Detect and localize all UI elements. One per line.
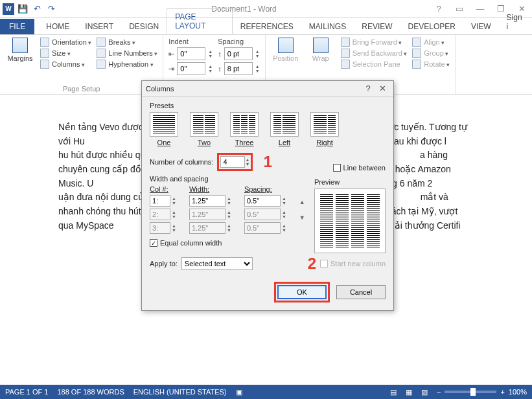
preview-section: Preview bbox=[314, 178, 386, 253]
columns-icon bbox=[40, 60, 49, 69]
orientation-button[interactable]: Orientation bbox=[40, 38, 91, 47]
word-icon: W bbox=[3, 3, 14, 15]
preview-thumbnail bbox=[314, 188, 386, 253]
status-words[interactable]: 188 OF 188 WORDS bbox=[57, 388, 124, 396]
indent-left[interactable]: ⇤▲▼ bbox=[168, 47, 213, 60]
help-icon[interactable]: ? bbox=[431, 4, 446, 14]
presets-label: Presets bbox=[150, 102, 386, 109]
num-columns-input[interactable] bbox=[220, 156, 245, 168]
dialog-close-icon[interactable]: ✕ bbox=[375, 84, 389, 93]
tab-design[interactable]: DESIGN bbox=[121, 19, 167, 34]
indent-left-input[interactable] bbox=[177, 47, 205, 60]
wrap-icon bbox=[313, 38, 329, 53]
breaks-icon bbox=[97, 38, 106, 47]
ribbon-display-icon[interactable]: ▭ bbox=[452, 4, 467, 14]
ws-scroll-arrows[interactable]: ▲▼ bbox=[299, 185, 305, 234]
view-web-icon[interactable]: ▧ bbox=[421, 388, 428, 396]
dialog-title: Columns bbox=[146, 85, 361, 93]
title-bar: W 💾 ↶ ↷ Document1 - Word ? ▭ — ❐ ✕ bbox=[0, 0, 532, 18]
size-icon bbox=[40, 49, 49, 58]
preset-two[interactable]: Two bbox=[190, 112, 218, 146]
presets-row: One Two Three Left Right bbox=[150, 112, 386, 146]
minimize-icon[interactable]: — bbox=[472, 4, 488, 14]
zoom-in-icon[interactable]: + bbox=[500, 388, 504, 396]
tab-insert[interactable]: INSERT bbox=[77, 19, 121, 34]
tab-review[interactable]: REVIEW bbox=[354, 19, 400, 34]
columns-button[interactable]: Columns bbox=[40, 60, 91, 69]
ok-highlight: OK bbox=[274, 282, 330, 302]
ok-button[interactable]: OK bbox=[277, 285, 327, 299]
tab-file[interactable]: FILE bbox=[0, 19, 34, 34]
hyphenation-button[interactable]: Hyphenation bbox=[97, 60, 157, 69]
checkbox-icon bbox=[333, 164, 341, 172]
rotate-icon bbox=[412, 60, 421, 69]
send-backward-button: Send Backward bbox=[341, 49, 408, 58]
spacing-before-input[interactable] bbox=[224, 47, 253, 60]
spacing-before[interactable]: ↕▲▼ bbox=[218, 47, 259, 60]
tab-page-layout[interactable]: PAGE LAYOUT bbox=[167, 8, 233, 34]
line-numbers-button[interactable]: Line Numbers bbox=[97, 49, 157, 58]
view-print-icon[interactable]: ▦ bbox=[406, 388, 412, 396]
tab-view[interactable]: VIEW bbox=[463, 19, 499, 34]
tab-mailings[interactable]: MAILINGS bbox=[301, 19, 354, 34]
apply-to-row: Apply to: Selected text 2 Start new colu… bbox=[150, 255, 386, 273]
send-backward-icon bbox=[341, 49, 350, 58]
group-button: Group bbox=[412, 49, 450, 58]
col-header: Col #: bbox=[150, 185, 176, 193]
sign-in[interactable]: Sign i bbox=[499, 10, 532, 34]
width-header: Width: bbox=[189, 185, 231, 193]
align-icon bbox=[412, 38, 421, 47]
zoom-value[interactable]: 100% bbox=[509, 388, 527, 396]
view-read-icon[interactable]: ▤ bbox=[390, 388, 397, 396]
margins-label: Margins bbox=[7, 54, 32, 62]
page-setup-label: Page Setup bbox=[5, 84, 157, 93]
spacing-1[interactable] bbox=[244, 195, 281, 207]
tab-references[interactable]: REFERENCES bbox=[233, 19, 301, 34]
cancel-button[interactable]: Cancel bbox=[336, 285, 386, 299]
zoom-controls[interactable]: − + 100% bbox=[437, 388, 527, 396]
zoom-out-icon[interactable]: − bbox=[437, 388, 441, 396]
checkbox-icon: ✓ bbox=[150, 239, 157, 247]
redo-icon[interactable]: ↷ bbox=[45, 3, 57, 15]
tab-developer[interactable]: DEVELOPER bbox=[400, 19, 463, 34]
dialog-titlebar[interactable]: Columns ? ✕ bbox=[142, 81, 393, 97]
num-columns-label: Number of columns: bbox=[150, 158, 213, 166]
annotation-1: 1 bbox=[263, 153, 272, 171]
indent-right-input[interactable] bbox=[177, 62, 205, 75]
save-icon[interactable]: 💾 bbox=[17, 3, 29, 15]
status-page[interactable]: PAGE 1 OF 1 bbox=[5, 388, 48, 396]
margins-button[interactable]: Margins bbox=[5, 38, 35, 84]
indent-left-icon: ⇤ bbox=[168, 50, 174, 58]
width-3 bbox=[189, 222, 226, 234]
num-columns-spinner[interactable]: ▲▼ bbox=[245, 157, 249, 166]
col-1[interactable] bbox=[150, 195, 170, 207]
align-button: Align bbox=[412, 38, 450, 47]
undo-icon[interactable]: ↶ bbox=[31, 3, 43, 15]
width-1[interactable] bbox=[189, 195, 226, 207]
zoom-slider[interactable] bbox=[445, 391, 496, 393]
preset-three[interactable]: Three bbox=[230, 112, 259, 146]
spacing-after-icon: ↕ bbox=[218, 65, 222, 73]
checkbox-icon bbox=[320, 260, 328, 268]
spacing-header: Spacing: bbox=[244, 185, 286, 193]
preset-one[interactable]: One bbox=[150, 112, 178, 146]
spacing-after-input[interactable] bbox=[224, 62, 253, 75]
preset-left[interactable]: Left bbox=[270, 112, 299, 146]
num-columns-highlight: ▲▼ bbox=[217, 153, 253, 171]
apply-to-select[interactable]: Selected text bbox=[181, 257, 253, 270]
dialog-help-icon[interactable]: ? bbox=[361, 84, 375, 93]
preset-right[interactable]: Right bbox=[310, 112, 339, 146]
breaks-button[interactable]: Breaks bbox=[97, 38, 157, 47]
line-numbers-icon bbox=[97, 49, 106, 58]
annotation-2: 2 bbox=[308, 255, 316, 273]
indent-right[interactable]: ⇥▲▼ bbox=[168, 62, 213, 75]
hyphenation-icon bbox=[97, 60, 106, 69]
line-between-checkbox[interactable]: Line between bbox=[333, 164, 386, 172]
spacing-after[interactable]: ↕▲▼ bbox=[218, 62, 259, 75]
status-language[interactable]: ENGLISH (UNITED STATES) bbox=[133, 388, 227, 396]
orientation-icon bbox=[40, 38, 49, 47]
spacing-before-icon: ↕ bbox=[218, 50, 222, 58]
size-button[interactable]: Size bbox=[40, 49, 91, 58]
tab-home[interactable]: HOME bbox=[38, 19, 77, 34]
macro-icon[interactable]: ▣ bbox=[236, 388, 242, 396]
